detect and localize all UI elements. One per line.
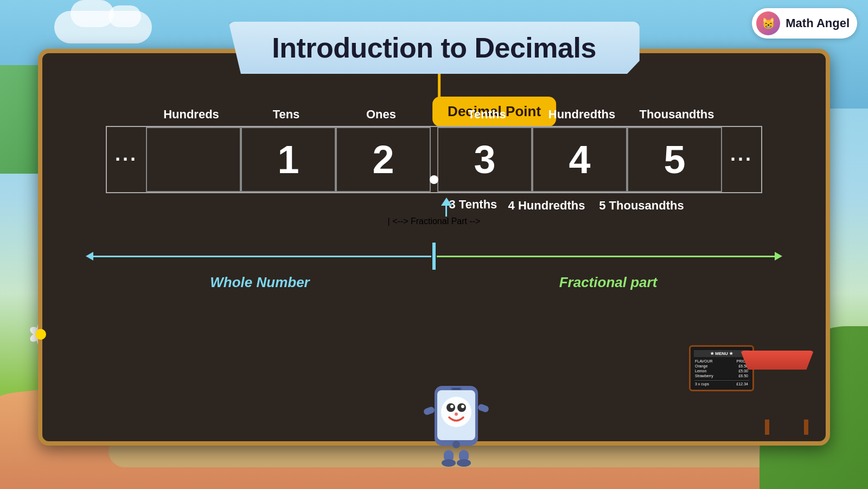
frac-arrow-line (437, 256, 775, 257)
cell-hundredths: 4 (532, 127, 627, 192)
menu-board-legs (765, 420, 808, 435)
menu-total: £12.34 (737, 382, 748, 386)
digit-tens: 1 (277, 137, 299, 182)
banner: Introduction to Decimals (228, 22, 640, 74)
whole-number-label: Whole Number (86, 274, 434, 291)
svg-rect-11 (423, 406, 436, 416)
menu-leg-right (804, 420, 808, 435)
frac-arrow-right-head (775, 252, 782, 261)
menu-row-2: Lemon £5.00 (694, 369, 749, 373)
logo: 😸 Math Angel (752, 8, 857, 39)
menu-col-flavour: FLAVOUR (695, 359, 713, 363)
menu-item-orange: Orange (695, 364, 707, 368)
logo-icon: 😸 (756, 11, 780, 35)
grid-cells-row: ··· 1 2 3 4 (106, 126, 762, 193)
digit-hundredths: 4 (569, 137, 590, 182)
cell-hundreds (146, 127, 241, 192)
clouds (54, 11, 152, 43)
menu-awning (741, 351, 814, 370)
svg-point-10 (452, 441, 460, 448)
decimal-vertical-separator (432, 243, 436, 270)
place-value-container: Hundreds Tens Ones Tenths Hundredths Tho… (64, 107, 804, 291)
digit-ones: 2 (372, 137, 394, 182)
svg-point-15 (442, 459, 456, 467)
menu-row-total: 3 x cups £12.34 (694, 382, 749, 386)
hundredths-annotation-container: 4 Hundredths (499, 198, 594, 213)
whole-arrow-line (93, 256, 431, 257)
thousandths-annotation-text: 5 Thousandths (599, 198, 684, 213)
ellipsis-left-dots: ··· (107, 148, 146, 171)
menu-price-lemon: £5.00 (738, 369, 748, 373)
menu-row-3: Strawberry £6.50 (694, 373, 749, 378)
cell-tens: 1 (241, 127, 336, 192)
tenths-annotation-container: 3 Tenths (393, 198, 499, 217)
cell-decimal-dot (431, 127, 437, 192)
col-header-thousandths: Thousandths (629, 107, 724, 122)
annotations-row: 3 Tenths 4 Hundredths 5 Thousandths (393, 198, 689, 217)
menu-price-strawberry: £6.50 (738, 374, 748, 378)
fractional-part-label: Fractional part (434, 274, 782, 291)
bottom-arrows-row (64, 243, 804, 270)
menu-item-lemon: Lemon (695, 369, 706, 373)
column-headers: Hundreds Tens Ones Tenths Hundredths Tho… (64, 107, 804, 122)
col-header-hundreds: Hundreds (144, 107, 239, 122)
bottom-labels-row: Whole Number Fractional part (64, 274, 804, 291)
cell-thousandths: 5 (627, 127, 722, 192)
col-header-tenths: Tenths (439, 107, 534, 122)
col-header-tens: Tens (239, 107, 334, 122)
svg-rect-9 (452, 388, 460, 390)
thousandths-annotation-container: 5 Thousandths (594, 198, 689, 213)
menu-cups: 3 x cups (695, 382, 709, 386)
robot-character (421, 370, 486, 456)
menu-item-strawberry: Strawberry (695, 374, 713, 378)
menu-board-container: ★ MENU ★ FLAVOUR PRICE Orange £6.50 Lemo… (765, 420, 808, 435)
ellipsis-right-dots: ··· (722, 148, 761, 171)
menu-leg-left (765, 420, 769, 435)
menu-row-header: FLAVOUR PRICE (694, 359, 749, 364)
svg-point-2 (441, 397, 471, 427)
svg-point-6 (461, 405, 464, 408)
hundredths-annotation-text: 4 Hundredths (508, 198, 585, 213)
digit-thousandths: 5 (663, 137, 685, 182)
tenths-arrow-line (445, 206, 447, 217)
cell-ones: 2 (336, 127, 431, 192)
logo-text: Math Angel (786, 16, 850, 30)
decimal-dot (430, 175, 438, 184)
svg-point-16 (457, 459, 471, 467)
page-title: Introduction to Decimals (272, 31, 596, 64)
svg-point-5 (450, 405, 454, 408)
svg-rect-12 (477, 403, 490, 413)
tenths-annotation-text: 3 Tenths (449, 198, 497, 212)
whole-arrow-left-head (86, 252, 93, 261)
col-header-ones: Ones (334, 107, 429, 122)
menu-row-1: Orange £6.50 (694, 364, 749, 369)
col-header-hundredths: Hundredths (534, 107, 629, 122)
whole-number-arrow (86, 252, 431, 261)
fractional-arrow (437, 252, 782, 261)
digit-tenths: 3 (474, 137, 495, 182)
svg-point-7 (455, 412, 458, 416)
cell-tenths: 3 (437, 127, 532, 192)
